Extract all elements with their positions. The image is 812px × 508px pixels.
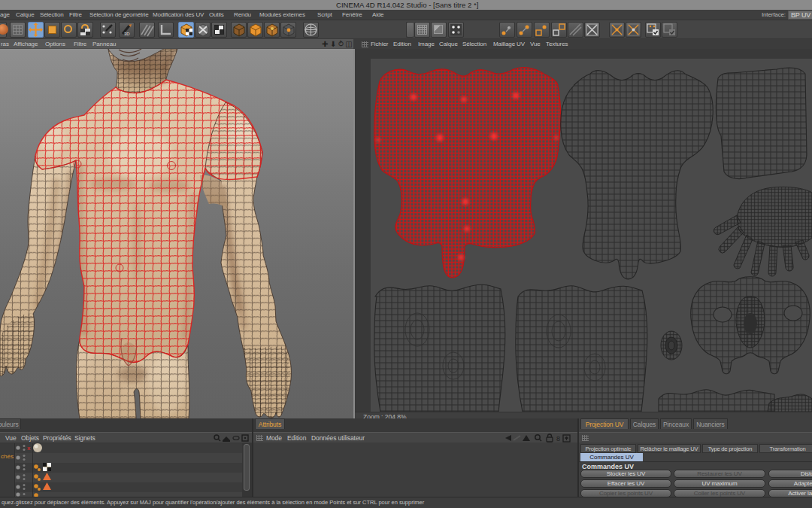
svg-text:3D: 3D [124,32,130,36]
svg-text:chés: chés [1,453,14,460]
svg-text:8: 8 [556,435,560,443]
svg-text:x: x [27,445,31,452]
